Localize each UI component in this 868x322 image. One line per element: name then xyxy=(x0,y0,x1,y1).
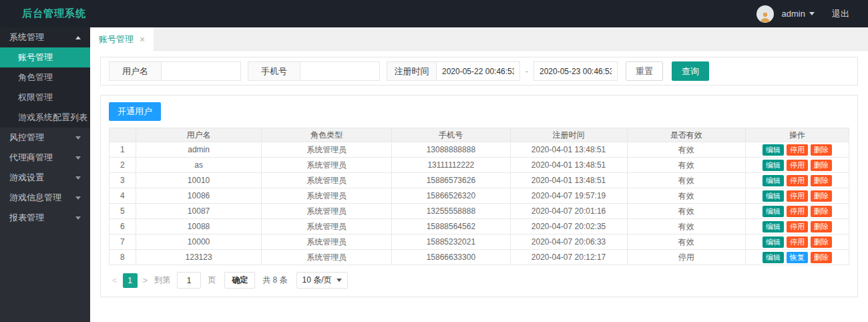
role-cell: 系统管理员 xyxy=(262,204,392,219)
user-icon xyxy=(759,11,771,23)
page-size-select[interactable]: 10 条/页 xyxy=(296,272,348,289)
actions-cell: 编辑停用删除 xyxy=(745,158,849,173)
delete-button[interactable]: 删除 xyxy=(811,190,832,202)
date-range-separator: - xyxy=(525,67,528,76)
sidebar-item-permission-management[interactable]: 权限管理 xyxy=(0,88,90,108)
chevron-up-icon xyxy=(75,36,81,39)
sidebar-item-account-management[interactable]: 账号管理 xyxy=(0,47,90,67)
filter-bar: 用户名 手机号 注册时间 - 重置 查询 xyxy=(100,57,858,86)
disable-button[interactable]: 停用 xyxy=(787,206,808,217)
sidebar-item-agent-management[interactable]: 代理商管理 xyxy=(0,148,90,168)
delete-button[interactable]: 删除 xyxy=(811,144,832,156)
edit-button[interactable]: 编辑 xyxy=(763,252,784,263)
delete-button[interactable]: 删除 xyxy=(811,160,832,171)
delete-button[interactable]: 删除 xyxy=(811,236,832,248)
chevron-down-icon xyxy=(337,279,342,282)
sidebar-item-game-info-management[interactable]: 游戏信息管理 xyxy=(0,188,90,208)
phone-cell: 15888564562 xyxy=(392,219,510,234)
phone-cell: 15886573626 xyxy=(392,173,510,188)
phone-cell: 15866526320 xyxy=(392,188,510,204)
search-button[interactable]: 查询 xyxy=(672,61,709,81)
user-menu[interactable]: admin xyxy=(782,9,815,19)
restore-button[interactable]: 恢复 xyxy=(787,252,808,263)
edit-button[interactable]: 编辑 xyxy=(763,206,784,217)
username-cell: 123123 xyxy=(136,250,261,265)
table-row: 310010系统管理员158865736262020-04-01 13:48:5… xyxy=(110,173,849,188)
disable-button[interactable]: 停用 xyxy=(787,144,808,156)
close-icon[interactable]: × xyxy=(140,34,145,45)
chevron-down-icon xyxy=(75,156,81,160)
sidebar-group-game-settings: 游戏设置 xyxy=(0,168,90,188)
index-cell: 7 xyxy=(110,234,136,250)
admin-app: 后台管理系统 admin 退出 系统管理账号管理角色管理权限管理游戏系统配置列表… xyxy=(0,0,868,322)
create-user-button[interactable]: 开通用户 xyxy=(109,102,161,121)
chevron-down-icon xyxy=(75,216,81,220)
sidebar-item-system-management[interactable]: 系统管理 xyxy=(0,27,90,47)
reg-time-cell: 2020-04-01 13:48:51 xyxy=(510,142,627,158)
sidebar-item-game-settings[interactable]: 游戏设置 xyxy=(0,168,90,188)
confirm-page-button[interactable]: 确定 xyxy=(224,272,255,289)
edit-button[interactable]: 编辑 xyxy=(763,221,784,232)
sidebar-item-report-management[interactable]: 报表管理 xyxy=(0,208,90,228)
status-cell: 有效 xyxy=(627,204,745,219)
edit-button[interactable]: 编辑 xyxy=(763,175,784,186)
delete-button[interactable]: 删除 xyxy=(811,252,832,263)
edit-button[interactable]: 编辑 xyxy=(763,160,784,171)
date-to-input[interactable] xyxy=(533,61,618,81)
role-cell: 系统管理员 xyxy=(262,234,392,250)
status-cell: 有效 xyxy=(627,234,745,250)
role-cell: 系统管理员 xyxy=(262,219,392,234)
next-page-button[interactable]: > xyxy=(140,275,152,285)
actions-cell: 编辑停用删除 xyxy=(745,234,849,250)
tab-account-management[interactable]: 账号管理 × xyxy=(90,27,154,51)
username-input[interactable] xyxy=(161,61,241,81)
username-cell: 10087 xyxy=(136,204,261,219)
actions-cell: 编辑停用删除 xyxy=(745,188,849,204)
reset-button[interactable]: 重置 xyxy=(626,61,663,81)
sidebar-group-agent-management: 代理商管理 xyxy=(0,148,90,168)
delete-button[interactable]: 删除 xyxy=(811,206,832,217)
phone-cell: 15885232021 xyxy=(392,234,510,250)
table-row: 510087系统管理员132555588882020-04-07 20:01:1… xyxy=(110,204,849,219)
username-cell: 10086 xyxy=(136,188,261,204)
role-cell: 系统管理员 xyxy=(262,142,392,158)
current-page-button[interactable]: 1 xyxy=(123,273,138,288)
delete-button[interactable]: 删除 xyxy=(811,221,832,232)
disable-button[interactable]: 停用 xyxy=(787,175,808,186)
page-jump-input[interactable] xyxy=(177,272,201,289)
sidebar-item-role-management[interactable]: 角色管理 xyxy=(0,67,90,88)
username-cell: 10088 xyxy=(136,219,261,234)
username-filter-group: 用户名 xyxy=(109,61,241,81)
table-row: 610088系统管理员158885645622020-04-07 20:02:3… xyxy=(110,219,849,234)
edit-button[interactable]: 编辑 xyxy=(763,236,784,248)
disable-button[interactable]: 停用 xyxy=(787,221,808,232)
phone-filter-group: 手机号 xyxy=(248,61,380,81)
user-name: admin xyxy=(782,9,805,19)
phone-cell: 13111112222 xyxy=(392,158,510,173)
edit-button[interactable]: 编辑 xyxy=(763,144,784,156)
index-cell: 3 xyxy=(110,173,136,188)
sidebar-item-game-system-config-list[interactable]: 游戏系统配置列表 xyxy=(0,108,90,128)
edit-button[interactable]: 编辑 xyxy=(763,190,784,202)
sidebar-group-system-management: 系统管理账号管理角色管理权限管理游戏系统配置列表 xyxy=(0,27,90,128)
avatar[interactable] xyxy=(756,5,774,23)
chevron-down-icon xyxy=(75,176,81,180)
column-header: 手机号 xyxy=(392,128,510,142)
role-cell: 系统管理员 xyxy=(262,173,392,188)
column-header xyxy=(110,128,136,142)
index-cell: 6 xyxy=(110,219,136,234)
disable-button[interactable]: 停用 xyxy=(787,236,808,248)
column-header: 注册时间 xyxy=(510,128,627,142)
tab-label: 账号管理 xyxy=(99,33,134,45)
delete-button[interactable]: 删除 xyxy=(811,175,832,186)
table-row: 2as系统管理员131111122222020-04-01 13:48:51有效… xyxy=(110,158,849,173)
phone-input[interactable] xyxy=(300,61,380,81)
disable-button[interactable]: 停用 xyxy=(787,190,808,202)
column-header: 用户名 xyxy=(136,128,261,142)
sidebar-item-risk-management[interactable]: 风控管理 xyxy=(0,128,90,148)
prev-page-button[interactable]: < xyxy=(109,275,121,285)
disable-button[interactable]: 停用 xyxy=(787,160,808,171)
status-cell: 有效 xyxy=(627,158,745,173)
date-from-input[interactable] xyxy=(436,61,520,81)
logout-link[interactable]: 退出 xyxy=(832,8,849,20)
